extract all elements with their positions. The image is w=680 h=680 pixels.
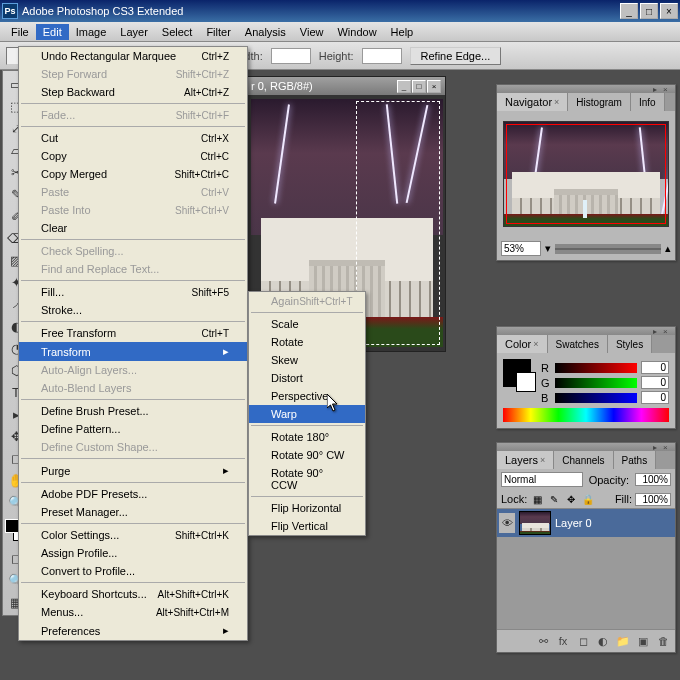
menu-item[interactable]: Rotate 90° CW xyxy=(249,446,365,464)
tab-layers[interactable]: Layers× xyxy=(497,451,554,469)
close-button[interactable]: × xyxy=(660,3,678,19)
doc-maximize-button[interactable]: □ xyxy=(412,80,426,93)
delete-layer-icon[interactable]: 🗑 xyxy=(654,633,672,649)
tab-paths[interactable]: Paths xyxy=(614,451,657,469)
menu-item[interactable]: Transform▸ xyxy=(19,342,247,361)
height-input[interactable] xyxy=(362,48,402,64)
menu-item[interactable]: Flip Horizontal xyxy=(249,499,365,517)
link-layers-icon[interactable]: ⚯ xyxy=(534,633,552,649)
app-icon: Ps xyxy=(2,3,18,19)
menu-edit[interactable]: Edit xyxy=(36,24,69,40)
panel-menu-icon[interactable]: ▸ xyxy=(653,85,663,93)
menu-item[interactable]: Rotate 90° CCW xyxy=(249,464,365,494)
b-slider[interactable] xyxy=(555,393,637,403)
layer-thumbnail[interactable] xyxy=(519,511,551,535)
menu-item[interactable]: Color Settings...Shift+Ctrl+K xyxy=(19,526,247,544)
g-slider[interactable] xyxy=(555,378,637,388)
menu-item[interactable]: CopyCtrl+C xyxy=(19,147,247,165)
menu-image[interactable]: Image xyxy=(69,24,114,40)
menu-select[interactable]: Select xyxy=(155,24,200,40)
menu-item[interactable]: Distort xyxy=(249,369,365,387)
menu-item[interactable]: Copy MergedShift+Ctrl+C xyxy=(19,165,247,183)
menu-item[interactable]: Undo Rectangular MarqueeCtrl+Z xyxy=(19,47,247,65)
adjustment-layer-icon[interactable]: ◐ xyxy=(594,633,612,649)
color-swatch[interactable] xyxy=(503,359,531,387)
panel-close-icon[interactable]: × xyxy=(663,85,673,93)
menu-item[interactable]: Skew xyxy=(249,351,365,369)
menu-filter[interactable]: Filter xyxy=(199,24,237,40)
menu-analysis[interactable]: Analysis xyxy=(238,24,293,40)
g-value[interactable]: 0 xyxy=(641,376,669,389)
lock-transparency-icon[interactable]: ▦ xyxy=(530,492,544,506)
spectrum-bar[interactable] xyxy=(503,408,669,422)
menu-item[interactable]: Warp xyxy=(249,405,365,423)
menu-item[interactable]: Step BackwardAlt+Ctrl+Z xyxy=(19,83,247,101)
refine-edge-button[interactable]: Refine Edge... xyxy=(410,47,502,65)
lock-all-icon[interactable]: 🔒 xyxy=(581,492,595,506)
navigator-thumbnail[interactable] xyxy=(503,121,669,227)
lock-image-icon[interactable]: ✎ xyxy=(547,492,561,506)
tab-info[interactable]: Info xyxy=(631,93,665,111)
doc-close-button[interactable]: × xyxy=(427,80,441,93)
menu-item[interactable]: Keyboard Shortcuts...Alt+Shift+Ctrl+K xyxy=(19,585,247,603)
panel-close-icon[interactable]: × xyxy=(663,327,673,335)
tab-navigator[interactable]: Navigator× xyxy=(497,93,568,111)
menu-item[interactable]: Convert to Profile... xyxy=(19,562,247,580)
menu-item[interactable]: Scale xyxy=(249,315,365,333)
menu-window[interactable]: Window xyxy=(330,24,383,40)
menu-item[interactable]: Perspective xyxy=(249,387,365,405)
menu-file[interactable]: File xyxy=(4,24,36,40)
tab-channels[interactable]: Channels xyxy=(554,451,613,469)
b-value[interactable]: 0 xyxy=(641,391,669,404)
tab-styles[interactable]: Styles xyxy=(608,335,652,353)
layer-style-icon[interactable]: fx xyxy=(554,633,572,649)
tab-swatches[interactable]: Swatches xyxy=(548,335,608,353)
width-input[interactable] xyxy=(271,48,311,64)
menu-item[interactable]: Assign Profile... xyxy=(19,544,247,562)
tab-color[interactable]: Color× xyxy=(497,335,548,353)
menu-layer[interactable]: Layer xyxy=(113,24,155,40)
menu-item[interactable]: Define Pattern... xyxy=(19,420,247,438)
menu-view[interactable]: View xyxy=(293,24,331,40)
menu-item[interactable]: CutCtrl+X xyxy=(19,129,247,147)
menu-help[interactable]: Help xyxy=(384,24,421,40)
zoom-out-icon[interactable]: ▾ xyxy=(545,242,551,255)
visibility-icon[interactable]: 👁 xyxy=(499,513,515,533)
menu-item[interactable]: Menus...Alt+Shift+Ctrl+M xyxy=(19,603,247,621)
menu-item[interactable]: Preferences▸ xyxy=(19,621,247,640)
document-titlebar[interactable]: r 0, RGB/8#) _ □ × xyxy=(247,77,445,95)
height-label: Height: xyxy=(319,50,354,62)
menu-item[interactable]: Fill...Shift+F5 xyxy=(19,283,247,301)
menu-item[interactable]: Define Brush Preset... xyxy=(19,402,247,420)
menu-item[interactable]: Stroke... xyxy=(19,301,247,319)
r-value[interactable]: 0 xyxy=(641,361,669,374)
layer-mask-icon[interactable]: ◻ xyxy=(574,633,592,649)
r-slider[interactable] xyxy=(555,363,637,373)
fill-value[interactable]: 100% xyxy=(635,493,671,506)
menu-item[interactable]: Clear xyxy=(19,219,247,237)
menu-item[interactable]: Free TransformCtrl+T xyxy=(19,324,247,342)
zoom-in-icon[interactable]: ▴ xyxy=(665,242,671,255)
panel-close-icon[interactable]: × xyxy=(663,443,673,451)
panel-menu-icon[interactable]: ▸ xyxy=(653,443,663,451)
menu-item[interactable]: Preset Manager... xyxy=(19,503,247,521)
menu-item[interactable]: Purge▸ xyxy=(19,461,247,480)
layer-item[interactable]: 👁 Layer 0 xyxy=(497,509,675,537)
menu-item[interactable]: Rotate 180° xyxy=(249,428,365,446)
zoom-value[interactable]: 53% xyxy=(501,241,541,256)
tab-histogram[interactable]: Histogram xyxy=(568,93,631,111)
new-layer-icon[interactable]: ▣ xyxy=(634,633,652,649)
blend-mode-select[interactable]: Normal xyxy=(501,472,583,487)
lock-position-icon[interactable]: ✥ xyxy=(564,492,578,506)
menu-item[interactable]: Adobe PDF Presets... xyxy=(19,485,247,503)
zoom-slider[interactable] xyxy=(555,244,661,254)
panel-menu-icon[interactable]: ▸ xyxy=(653,327,663,335)
group-icon[interactable]: 📁 xyxy=(614,633,632,649)
doc-minimize-button[interactable]: _ xyxy=(397,80,411,93)
maximize-button[interactable]: □ xyxy=(640,3,658,19)
menu-item[interactable]: Rotate xyxy=(249,333,365,351)
menu-item[interactable]: Flip Vertical xyxy=(249,517,365,535)
opacity-value[interactable]: 100% xyxy=(635,473,671,486)
layer-name[interactable]: Layer 0 xyxy=(555,517,592,529)
minimize-button[interactable]: _ xyxy=(620,3,638,19)
